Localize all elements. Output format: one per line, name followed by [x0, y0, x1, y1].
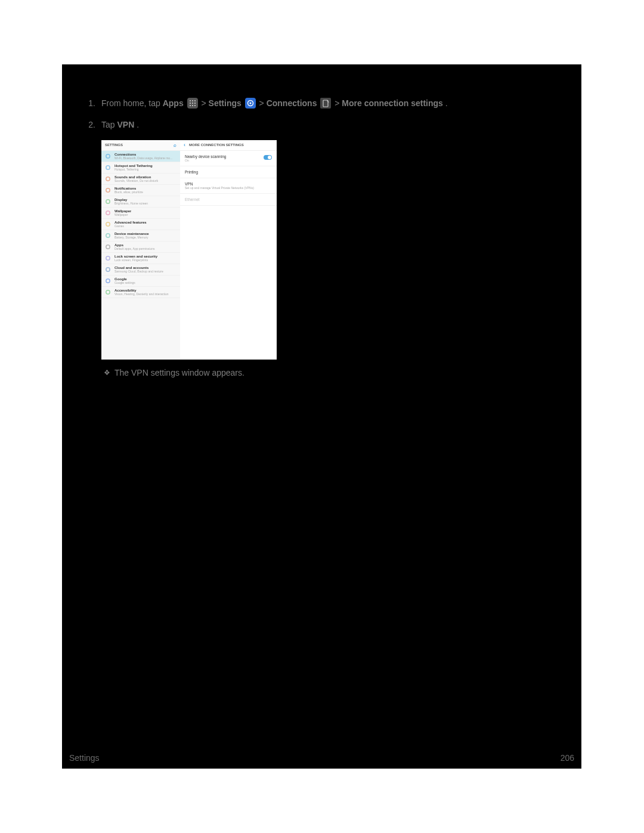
sidebar-item-accessibility[interactable]: AccessibilityVision, Hearing, Dexterity … — [101, 287, 180, 298]
sidebar-item-apps[interactable]: AppsDefault apps, App permissions — [101, 241, 180, 253]
sidebar-item-device-maintenance[interactable]: Device maintenanceBattery, Storage, Memo… — [101, 230, 180, 241]
svg-rect-20 — [106, 245, 110, 249]
page-footer: Settings 206 — [69, 753, 574, 763]
sidebar-item-subtitle: Wallpaper — [114, 213, 131, 216]
svg-rect-22 — [106, 268, 110, 271]
sidebar-item-advanced-features[interactable]: Advanced featuresGames — [101, 219, 180, 230]
content-area: 1. From home, tap Apps > Settings > Conn… — [86, 97, 564, 377]
detail-item-title: Ethernet — [185, 197, 272, 202]
sidebar-item-subtitle: Wi-Fi, Bluetooth, Data usage, Airplane m… — [114, 156, 172, 160]
svg-point-2 — [194, 100, 196, 101]
svg-point-7 — [192, 105, 193, 106]
sidebar-item-icon — [105, 210, 111, 216]
sidebar-item-subtitle: Hotspot, Tethering — [114, 168, 153, 171]
svg-rect-16 — [106, 200, 110, 203]
svg-point-3 — [190, 103, 191, 104]
svg-rect-11 — [323, 100, 328, 107]
sidebar-item-cloud-and-accounts[interactable]: Cloud and accountsSamsung Cloud, Backup … — [101, 264, 180, 275]
sidebar-item-icon — [105, 165, 111, 171]
sep-2: > — [259, 98, 267, 108]
toggle-switch[interactable] — [264, 155, 272, 160]
step-2-body: Tap VPN . — [101, 118, 564, 131]
svg-point-8 — [194, 105, 196, 106]
footer-section: Settings — [69, 753, 100, 763]
svg-rect-14 — [106, 177, 110, 181]
detail-item-title: Nearby device scanning — [185, 154, 272, 159]
svg-point-1 — [192, 100, 193, 101]
footer-page-number: 206 — [561, 753, 574, 763]
sidebar-item-icon — [105, 289, 111, 295]
sidebar-item-sounds-and-vibration[interactable]: Sounds and vibrationSounds, Vibration, D… — [101, 174, 180, 185]
sidebar-item-display[interactable]: DisplayBrightness, Home screen — [101, 196, 180, 208]
sidebar-item-subtitle: Google settings — [114, 281, 135, 284]
step-1-body: From home, tap Apps > Settings > Connect… — [101, 97, 564, 110]
step-2-end: . — [137, 120, 139, 129]
svg-rect-24 — [106, 290, 110, 294]
sidebar-item-hotspot-and-tethering[interactable]: Hotspot and TetheringHotspot, Tethering — [101, 162, 180, 174]
sidebar-item-subtitle: Default apps, App permissions — [114, 247, 155, 250]
sidebar-item-connections[interactable]: ConnectionsWi-Fi, Bluetooth, Data usage,… — [101, 151, 180, 162]
sidebar-item-google[interactable]: GoogleGoogle settings — [101, 275, 180, 287]
svg-rect-18 — [106, 222, 110, 226]
search-icon[interactable]: ⌕ — [174, 143, 177, 148]
detail-item-vpn[interactable]: VPNSet up and manage Virtual Private Net… — [180, 178, 277, 194]
embedded-screenshot: SETTINGS ⌕ ConnectionsWi-Fi, Bluetooth, … — [101, 140, 277, 360]
settings-sidebar-header: SETTINGS ⌕ — [101, 140, 180, 151]
detail-item-nearby-device-scanning[interactable]: Nearby device scanningOn — [180, 151, 277, 166]
sidebar-item-subtitle: Lock screen, Fingerprints — [114, 258, 157, 262]
step-1: 1. From home, tap Apps > Settings > Conn… — [86, 97, 564, 110]
settings-sidebar: SETTINGS ⌕ ConnectionsWi-Fi, Bluetooth, … — [101, 140, 180, 360]
sidebar-item-icon — [105, 199, 111, 205]
connections-icon — [320, 98, 331, 109]
detail-item-printing[interactable]: Printing — [180, 166, 277, 178]
detail-title: MORE CONNECTION SETTINGS — [189, 143, 244, 147]
back-icon[interactable]: ‹ — [184, 142, 185, 148]
sidebar-item-lock-screen-and-security[interactable]: Lock screen and securityLock screen, Fin… — [101, 253, 180, 264]
apps-icon — [187, 98, 198, 109]
vpn-label: VPN — [117, 120, 134, 129]
svg-rect-12 — [106, 154, 110, 158]
detail-item-ethernet: Ethernet — [180, 194, 277, 206]
sidebar-item-subtitle: Games — [114, 224, 147, 228]
sidebar-item-icon — [105, 187, 111, 193]
manual-page: 1. From home, tap Apps > Settings > Conn… — [62, 64, 581, 769]
detail-item-title: VPN — [185, 182, 272, 186]
detail-header: ‹ MORE CONNECTION SETTINGS — [180, 140, 277, 151]
sidebar-item-icon — [105, 176, 111, 182]
step-2-number: 2. — [86, 118, 101, 131]
apps-label: Apps — [163, 98, 184, 108]
sidebar-item-icon — [105, 278, 111, 284]
sidebar-item-subtitle: Samsung Cloud, Backup and restore — [114, 270, 163, 273]
step-1-number: 1. — [86, 97, 101, 110]
svg-rect-15 — [106, 188, 110, 192]
settings-title: SETTINGS — [105, 143, 123, 147]
settings-label: Settings — [209, 98, 242, 108]
step-2-prefix: Tap — [101, 120, 117, 129]
more-conn-label: More connection settings — [342, 98, 443, 108]
svg-rect-23 — [106, 279, 110, 283]
svg-rect-21 — [106, 256, 110, 260]
sidebar-item-icon — [105, 233, 111, 239]
settings-icon — [245, 98, 256, 109]
svg-rect-19 — [106, 234, 110, 237]
detail-item-subtitle: On — [185, 159, 272, 162]
sep-1: > — [201, 98, 208, 108]
step-1-end: . — [445, 98, 448, 108]
sidebar-item-subtitle: Block, allow, prioritize — [114, 190, 143, 194]
sidebar-item-subtitle: Sounds, Vibration, Do not disturb — [114, 179, 158, 182]
sidebar-item-notifications[interactable]: NotificationsBlock, allow, prioritize — [101, 185, 180, 196]
sidebar-item-wallpaper[interactable]: WallpaperWallpaper — [101, 208, 180, 219]
sidebar-item-icon — [105, 255, 111, 261]
svg-point-5 — [194, 103, 196, 104]
sidebar-item-icon — [105, 267, 111, 272]
diamond-bullet-icon: ❖ — [104, 368, 114, 377]
detail-item-title: Printing — [185, 170, 272, 174]
page-outer: 1. From home, tap Apps > Settings > Conn… — [0, 0, 644, 833]
svg-point-0 — [190, 100, 191, 101]
step-1-prefix: From home, tap — [101, 98, 163, 108]
svg-point-6 — [190, 105, 191, 106]
sidebar-item-subtitle: Battery, Storage, Memory — [114, 236, 149, 239]
settings-detail-pane: ‹ MORE CONNECTION SETTINGS Nearby device… — [180, 140, 277, 360]
sidebar-item-icon — [105, 153, 111, 159]
result-text: The VPN settings window appears. — [114, 368, 244, 377]
